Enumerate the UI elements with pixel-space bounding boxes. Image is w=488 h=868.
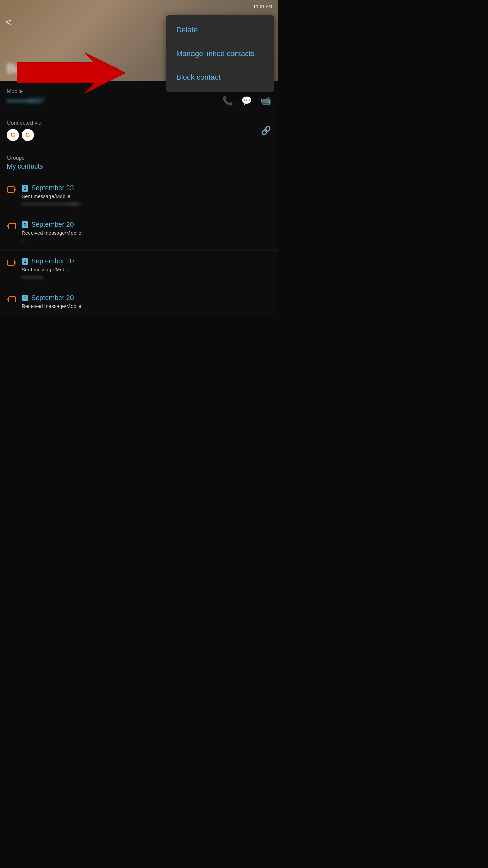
menu-item-manage-linked[interactable]: Manage linked contacts [166, 42, 274, 65]
svg-rect-5 [7, 260, 14, 265]
menu-item-delete[interactable]: Delete [166, 18, 274, 42]
message-icon[interactable]: 💬 [241, 96, 252, 106]
activity-type-4: Received message/Mobile [22, 303, 271, 309]
activity-content-2: 1 September 20 Received message/Mobile • [22, 221, 271, 243]
sent-icon-3 [7, 259, 16, 271]
activity-badge-1: 1 [22, 185, 28, 192]
activity-header-1: 1 September 23 [22, 184, 271, 192]
activity-date-2: September 20 [31, 221, 74, 229]
connected-via-label: Connected via [7, 120, 41, 126]
received-icon-2 [7, 222, 16, 234]
activity-content-1: 1 September 23 Sent message/Mobile •••••… [22, 184, 271, 207]
received-icon-4 [7, 295, 16, 307]
status-time: 10:21 AM [253, 4, 272, 9]
activity-item-4[interactable]: 1 September 20 Received message/Mobile [0, 287, 278, 318]
activity-badge-4: 1 [22, 295, 28, 301]
activity-item-2[interactable]: 1 September 20 Received message/Mobile • [0, 214, 278, 251]
groups-label: Groups [7, 155, 271, 161]
connected-via-left: Connected via G G [7, 120, 41, 141]
activity-type-2: Received message/Mobile [22, 230, 271, 236]
activity-date-4: September 20 [31, 294, 74, 302]
activity-preview-1: ••••••••••••••••••••••••••••ble? [22, 201, 271, 207]
activity-header-4: 1 September 20 [22, 294, 271, 302]
activity-type-3: Sent message/Mobile [22, 267, 271, 272]
google-icons: G G [7, 129, 41, 141]
activity-type-1: Sent message/Mobile [22, 193, 271, 199]
mobile-row: ••••••••8657 📞 💬 📹 [7, 96, 271, 106]
status-bar: 10:21 AM [0, 0, 278, 14]
video-icon[interactable]: 📹 [260, 96, 271, 106]
arrow-annotation [17, 53, 125, 95]
activity-date-1: September 23 [31, 184, 74, 192]
activity-badge-3: 1 [22, 258, 28, 265]
activity-content-3: 1 September 20 Sent message/Mobile •••••… [22, 257, 271, 280]
svg-rect-1 [7, 187, 14, 192]
connected-via-section: Connected via G G 🔗 [0, 113, 278, 148]
activity-item-3[interactable]: 1 September 20 Sent message/Mobile •••••… [0, 251, 278, 287]
activity-preview-3: ••••••••••a. [22, 274, 271, 280]
content-area: Mobile ••••••••8657 📞 💬 📹 Connected via … [0, 81, 278, 318]
activity-date-3: September 20 [31, 257, 74, 265]
svg-rect-3 [9, 223, 16, 229]
google-icon-2: G [22, 129, 34, 141]
back-button[interactable]: < [5, 17, 11, 28]
menu-item-block-contact[interactable]: Block contact [166, 65, 274, 89]
sent-icon-1 [7, 185, 16, 197]
activity-header-2: 1 September 20 [22, 221, 271, 229]
activity-header-3: 1 September 20 [22, 257, 271, 265]
google-icon-1: G [7, 129, 19, 141]
activity-item-1[interactable]: 1 September 23 Sent message/Mobile •••••… [0, 177, 278, 214]
activity-badge-2: 1 [22, 221, 28, 228]
call-icon[interactable]: 📞 [222, 96, 233, 106]
groups-value: My contacts [7, 162, 271, 170]
groups-section: Groups My contacts [0, 148, 278, 177]
svg-marker-0 [17, 53, 125, 93]
activity-preview-2: • [22, 238, 271, 243]
phone-number: ••••••••8657 [7, 97, 44, 105]
activity-content-4: 1 September 20 Received message/Mobile [22, 294, 271, 311]
context-menu: Delete Manage linked contacts Block cont… [166, 15, 274, 92]
link-icon[interactable]: 🔗 [261, 126, 271, 135]
svg-rect-7 [9, 297, 16, 302]
